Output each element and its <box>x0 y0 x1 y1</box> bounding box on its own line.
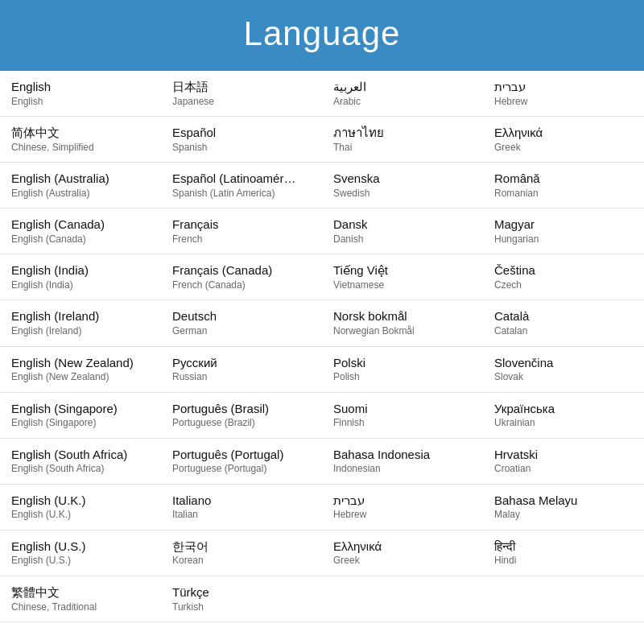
language-item[interactable]: हिन्दी Hindi <box>483 530 644 576</box>
lang-native-text: Hrvatski <box>494 447 634 463</box>
language-item[interactable]: Português (Brasil) Portuguese (Brazil) <box>161 393 322 439</box>
lang-native-text: Svenska <box>333 171 473 187</box>
lang-english-text: French <box>172 233 312 246</box>
language-item[interactable]: Català Catalan <box>483 300 644 346</box>
language-item[interactable]: Hrvatski Croatian <box>483 439 644 485</box>
language-item[interactable]: Română Romanian <box>483 163 644 208</box>
lang-native-text: Italiano <box>172 493 312 509</box>
language-item[interactable]: English (New Zealand) English (New Zeala… <box>0 347 161 393</box>
language-item[interactable]: Dansk Danish <box>322 208 483 254</box>
lang-native-text: ภาษาไทย <box>333 125 473 141</box>
language-item[interactable]: العربية Arabic <box>322 71 483 117</box>
lang-english-text: English (Australia) <box>11 188 151 200</box>
lang-english-text: Chinese, Traditional <box>11 601 151 614</box>
language-item[interactable]: 한국어 Korean <box>161 530 322 576</box>
language-item[interactable]: Español (Latinoamér… Spanish (Latin Amer… <box>161 163 322 208</box>
language-item[interactable]: Čeština Czech <box>483 254 644 300</box>
lang-english-text: Hebrew <box>333 509 473 522</box>
lang-native-text: Norsk bokmål <box>333 308 473 324</box>
lang-native-text: Português (Portugal) <box>172 447 312 463</box>
lang-native-text: English (Singapore) <box>11 401 151 417</box>
lang-english-text: Vietnamese <box>333 279 473 292</box>
lang-english-text: English (U.K.) <box>11 509 151 522</box>
lang-english-text: Ukrainian <box>494 417 634 430</box>
language-item[interactable]: Slovenčina Slovak <box>483 347 644 393</box>
language-item[interactable]: 简体中文 Chinese, Simplified <box>0 117 161 163</box>
lang-english-text: Greek <box>333 555 473 568</box>
language-item[interactable]: Deutsch German <box>161 300 322 346</box>
language-item[interactable]: Polski Polish <box>322 347 483 393</box>
lang-english-text: English (New Zealand) <box>11 371 151 384</box>
language-item[interactable]: Norsk bokmål Norwegian Bokmål <box>322 300 483 346</box>
lang-native-text: Ελληνικά <box>494 125 634 141</box>
language-item[interactable]: Français (Canada) French (Canada) <box>161 254 322 300</box>
language-item[interactable]: עברית Hebrew <box>322 485 483 530</box>
lang-english-text: English (Ireland) <box>11 325 151 338</box>
language-item[interactable]: English English <box>0 71 161 117</box>
language-item[interactable]: English (Canada) English (Canada) <box>0 208 161 254</box>
language-item[interactable]: English (Australia) English (Australia) <box>0 163 161 208</box>
language-item[interactable]: Türkçe Turkish <box>161 576 322 622</box>
lang-english-text: Croatian <box>494 463 634 476</box>
language-item[interactable]: Bahasa Melayu Malay <box>483 485 644 530</box>
lang-english-text: Greek <box>494 142 634 155</box>
lang-english-text: Japanese <box>172 96 312 109</box>
lang-native-text: Português (Brasil) <box>172 401 312 417</box>
language-item[interactable]: Українська Ukrainian <box>483 393 644 439</box>
language-item[interactable]: English (Ireland) English (Ireland) <box>0 300 161 346</box>
language-item[interactable]: Ελληνικά Greek <box>322 530 483 576</box>
lang-native-text: 日本語 <box>172 79 312 95</box>
lang-english-text: Danish <box>333 233 473 246</box>
language-item[interactable]: Suomi Finnish <box>322 393 483 439</box>
language-item[interactable]: Italiano Italian <box>161 485 322 530</box>
lang-native-text: English (Canada) <box>11 217 151 233</box>
lang-native-text: Polski <box>333 355 473 371</box>
lang-native-text: Français (Canada) <box>172 262 312 279</box>
lang-english-text: English (Singapore) <box>11 417 151 430</box>
language-item[interactable]: Bahasa Indonesia Indonesian <box>322 439 483 485</box>
language-item[interactable] <box>483 576 644 622</box>
language-item[interactable]: Ελληνικά Greek <box>483 117 644 163</box>
lang-native-text: Română <box>494 171 634 187</box>
lang-native-text: Magyar <box>494 217 634 233</box>
language-item[interactable]: Русский Russian <box>161 347 322 393</box>
language-item[interactable]: 繁體中文 Chinese, Traditional <box>0 576 161 622</box>
lang-native-text: Bahasa Melayu <box>494 493 634 509</box>
lang-native-text: English (U.K.) <box>11 493 151 509</box>
lang-english-text: Italian <box>172 509 312 522</box>
lang-native-text: English (U.S.) <box>11 539 151 555</box>
language-item[interactable]: עברית Hebrew <box>483 71 644 117</box>
lang-native-text: 繁體中文 <box>11 584 151 601</box>
language-item[interactable] <box>322 576 483 622</box>
lang-native-text: Français <box>172 217 312 233</box>
lang-native-text: Українська <box>494 401 634 417</box>
lang-english-text: Finnish <box>333 417 473 430</box>
language-item[interactable]: 日本語 Japanese <box>161 71 322 117</box>
lang-native-text: Català <box>494 308 634 324</box>
language-item[interactable]: Tiếng Việt Vietnamese <box>322 254 483 300</box>
lang-english-text: English <box>11 96 151 109</box>
lang-native-text: English (Australia) <box>11 171 151 187</box>
language-item[interactable]: Magyar Hungarian <box>483 208 644 254</box>
language-item[interactable]: English (U.S.) English (U.S.) <box>0 530 161 576</box>
language-item[interactable]: Português (Portugal) Portuguese (Portuga… <box>161 439 322 485</box>
lang-native-text: English (India) <box>11 262 151 279</box>
lang-english-text: Norwegian Bokmål <box>333 325 473 338</box>
lang-native-text: 한국어 <box>172 539 312 555</box>
language-item[interactable]: Français French <box>161 208 322 254</box>
language-item[interactable]: Svenska Swedish <box>322 163 483 208</box>
language-item[interactable]: English (U.K.) English (U.K.) <box>0 485 161 530</box>
lang-english-text: Indonesian <box>333 463 473 476</box>
language-grid: English English 日本語 Japanese العربية Ara… <box>0 71 644 622</box>
lang-english-text: Slovak <box>494 371 634 384</box>
lang-english-text: Romanian <box>494 188 634 200</box>
language-item[interactable]: Español Spanish <box>161 117 322 163</box>
lang-english-text: English (South Africa) <box>11 463 151 476</box>
lang-english-text: English (U.S.) <box>11 555 151 568</box>
language-item[interactable]: English (South Africa) English (South Af… <box>0 439 161 485</box>
language-item[interactable]: English (Singapore) English (Singapore) <box>0 393 161 439</box>
language-item[interactable]: English (India) English (India) <box>0 254 161 300</box>
lang-english-text: Hungarian <box>494 233 634 246</box>
lang-native-text: English <box>11 79 151 95</box>
language-item[interactable]: ภาษาไทย Thai <box>322 117 483 163</box>
